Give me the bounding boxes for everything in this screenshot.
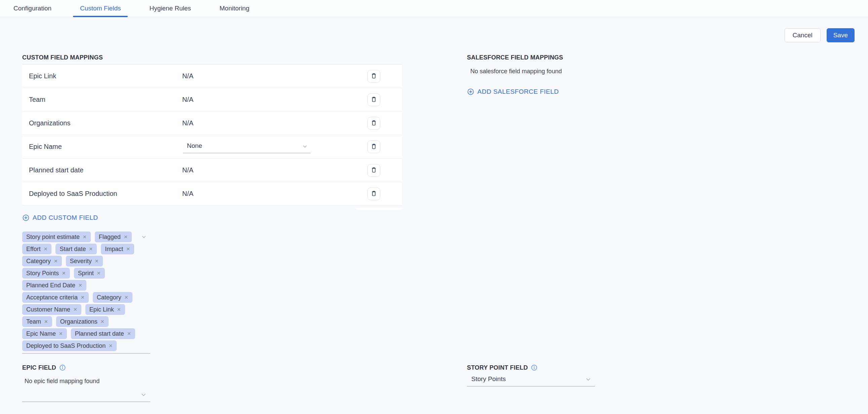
tab-monitoring[interactable]: Monitoring [213,0,256,17]
trash-icon [370,96,377,103]
chip-customer-name[interactable]: Customer Name✕ [22,304,81,315]
remove-chip-icon[interactable]: ✕ [83,234,87,239]
delete-mapping-button[interactable] [367,93,380,106]
chip-label: Planned start date [75,330,124,338]
remove-chip-icon[interactable]: ✕ [44,319,48,324]
chip-label: Category [97,294,121,301]
remove-chip-icon[interactable]: ✕ [73,307,77,312]
delete-mapping-button[interactable] [367,140,380,153]
chip-effort[interactable]: Effort✕ [22,244,52,254]
chip-row: Effort✕Start date✕Impact✕ [22,244,150,254]
chip-story-point-estimate[interactable]: Story point estimate✕ [22,231,91,242]
delete-mapping-button[interactable] [367,188,380,200]
chip-category[interactable]: Category✕ [93,292,132,303]
custom-field-multiselect[interactable]: Story point estimate✕Flagged✕Effort✕Star… [22,231,150,353]
field-label: Organizations [29,119,70,127]
chip-organizations[interactable]: Organizations✕ [56,316,108,327]
field-value: N/A [182,190,193,198]
trash-icon [370,72,377,80]
epic-field-select[interactable] [22,387,150,402]
remove-chip-icon[interactable]: ✕ [81,295,85,300]
remove-chip-icon[interactable]: ✕ [78,283,82,288]
chip-sprint[interactable]: Sprint✕ [74,268,105,279]
chip-epic-link[interactable]: Epic Link✕ [85,304,125,315]
plus-circle-icon [467,88,474,95]
chip-planned-start-date[interactable]: Planned start date✕ [71,328,135,339]
chip-label: Sprint [78,270,94,277]
tab-configuration[interactable]: Configuration [6,0,59,17]
salesforce-field-mappings-title: SALESFORCE FIELD MAPPINGS [467,54,682,61]
select-value: None [187,142,202,150]
chip-flagged[interactable]: Flagged✕ [95,231,132,242]
story-point-field-section: STORY POINT FIELD Story Points [467,364,595,386]
chip-impact[interactable]: Impact✕ [101,244,134,254]
chip-label: Deployed to SaaS Production [26,343,105,349]
remove-chip-icon[interactable]: ✕ [100,319,104,324]
table-row-epic-link: Epic LinkN/A [22,65,402,88]
remove-chip-icon[interactable]: ✕ [97,271,101,276]
chip-label: Effort [26,246,41,253]
table-row-planned-start-date: Planned start dateN/A [22,159,402,182]
chip-story-points[interactable]: Story Points✕ [22,268,70,279]
chip-start-date[interactable]: Start date✕ [56,244,97,254]
chip-team[interactable]: Team✕ [22,316,52,327]
chip-label: Acceptance criteria [26,294,78,301]
add-salesforce-field-button[interactable]: ADD SALESFORCE FIELD [467,88,559,96]
delete-mapping-button[interactable] [367,70,380,83]
tab-bar: ConfigurationCustom FieldsHygiene RulesM… [0,0,868,17]
delete-mapping-button[interactable] [367,117,380,130]
trash-icon [370,190,377,198]
field-mapping-select[interactable]: None [183,140,311,153]
chip-acceptance-criteria[interactable]: Acceptance criteria✕ [22,292,89,303]
remove-chip-icon[interactable]: ✕ [62,271,66,276]
table-row-deployed-to-saas-production: Deployed to SaaS ProductionN/A [22,182,402,206]
field-label: Epic Name [29,143,62,151]
remove-chip-icon[interactable]: ✕ [44,247,48,251]
epic-field-title: EPIC FIELD [22,364,56,371]
remove-chip-icon[interactable]: ✕ [124,295,128,300]
info-icon[interactable] [59,364,66,371]
remove-chip-icon[interactable]: ✕ [117,307,121,312]
chip-category[interactable]: Category✕ [22,256,62,266]
story-point-field-title: STORY POINT FIELD [467,364,528,371]
remove-chip-icon[interactable]: ✕ [95,259,99,263]
delete-mapping-button[interactable] [367,164,380,177]
chip-label: Flagged [99,233,121,241]
form-actions: Cancel Save [785,28,855,42]
remove-chip-icon[interactable]: ✕ [126,247,130,251]
save-button[interactable]: Save [827,28,855,42]
field-label: Planned start date [29,166,83,174]
tab-custom-fields[interactable]: Custom Fields [73,0,128,17]
salesforce-field-mappings-section: SALESFORCE FIELD MAPPINGS No salesforce … [467,54,682,96]
tab-hygiene-rules[interactable]: Hygiene Rules [142,0,198,17]
plus-circle-icon [22,214,30,221]
chip-severity[interactable]: Severity✕ [66,256,103,266]
table-row-team: TeamN/A [22,88,402,112]
table-row-epic-name: Epic NameNone [22,135,402,159]
salesforce-empty-message: No salesforce field mapping found [470,68,682,74]
chevron-down-icon[interactable] [141,234,147,240]
remove-chip-icon[interactable]: ✕ [127,331,131,336]
story-point-field-select[interactable]: Story Points [467,372,595,386]
chip-label: Customer Name [26,306,70,313]
chip-planned-end-date[interactable]: Planned End Date✕ [22,280,86,291]
field-label: Epic Link [29,72,56,80]
chip-epic-name[interactable]: Epic Name✕ [22,328,67,339]
chip-label: Impact [105,246,123,253]
chip-label: Story point estimate [26,233,80,241]
remove-chip-icon[interactable]: ✕ [89,247,93,251]
add-salesforce-field-label: ADD SALESFORCE FIELD [477,88,559,96]
remove-chip-icon[interactable]: ✕ [59,331,63,336]
chevron-down-icon [585,376,592,383]
table-row-organizations: OrganizationsN/A [22,112,402,135]
add-custom-field-button[interactable]: ADD CUSTOM FIELD [22,214,98,222]
chip-row: Acceptance criteria✕Category✕ [22,292,150,303]
info-icon[interactable] [531,364,537,371]
chevron-down-icon [140,391,147,398]
remove-chip-icon[interactable]: ✕ [54,259,58,263]
chip-deployed-to-saas-production[interactable]: Deployed to SaaS Production✕ [22,341,117,351]
remove-chip-icon[interactable]: ✕ [124,234,128,239]
cancel-button[interactable]: Cancel [785,28,820,42]
remove-chip-icon[interactable]: ✕ [108,344,113,348]
epic-field-empty-message: No epic field mapping found [25,378,150,384]
